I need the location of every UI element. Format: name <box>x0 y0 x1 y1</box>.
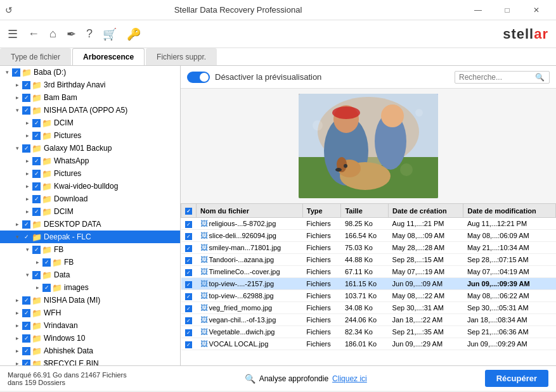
close-button[interactable]: ✕ <box>522 0 551 20</box>
expand-icon[interactable]: ▾ <box>23 270 32 279</box>
tree-checkbox[interactable]: ✓ <box>42 284 51 292</box>
expand-icon[interactable]: ▸ <box>13 80 22 89</box>
file-checkbox[interactable]: ✓ <box>185 281 192 288</box>
tree-item[interactable]: ▸✓📁Vrindavan <box>0 319 180 332</box>
tree-item[interactable]: ▸✓📁3rd Birthday Anavi <box>0 79 180 91</box>
col-nom-fichier[interactable]: Nom du fichier <box>197 204 303 218</box>
search-input[interactable] <box>459 73 535 82</box>
tree-item[interactable]: ▾✓📁Data <box>0 269 180 281</box>
tree-checkbox[interactable]: ✓ <box>12 68 20 77</box>
tree-checkbox[interactable]: ✓ <box>22 220 30 229</box>
table-row[interactable]: ✓🖼smiley-man...71801.jpgFichiers75.03 Ko… <box>181 242 556 254</box>
file-checkbox[interactable]: ✓ <box>185 245 192 252</box>
tree-checkbox[interactable]: ✓ <box>22 106 30 115</box>
expand-icon[interactable]: ▸ <box>13 93 22 102</box>
edit-icon[interactable]: ✒ <box>67 27 76 41</box>
file-checkbox[interactable]: ✓ <box>185 293 192 300</box>
tree-item[interactable]: ▸✓📁WhatsApp <box>0 155 180 167</box>
expand-icon[interactable]: ▸ <box>13 359 22 365</box>
tree-item[interactable]: ▸✓📁Kwai-video-bulldog <box>0 180 180 193</box>
expand-icon[interactable]: ▸ <box>23 118 32 127</box>
tree-item[interactable]: ▸✓📁DCIM <box>0 117 180 129</box>
tree-checkbox[interactable]: ✓ <box>22 360 30 366</box>
tree-item[interactable]: ▸✓📁DCIM <box>0 205 180 218</box>
tree-item[interactable]: ▸✓📁Windows 10 <box>0 332 180 345</box>
expand-icon[interactable]: ▸ <box>33 258 42 267</box>
home-icon[interactable]: ⌂ <box>49 27 56 41</box>
table-row[interactable]: ✓🖼Tandoori-...azana.jpgFichiers44.88 KoS… <box>181 254 556 266</box>
table-row[interactable]: ✓🖼Vegetable...dwich.jpgFichiers82.34 KoS… <box>181 326 556 338</box>
table-row[interactable]: ✓🖼religious-...5-8702.jpgFichiers98.25 K… <box>181 218 556 230</box>
tree-checkbox[interactable]: ✓ <box>32 182 41 191</box>
expand-icon[interactable]: ▾ <box>13 106 22 115</box>
expand-icon[interactable]: ▸ <box>23 169 32 178</box>
file-checkbox[interactable]: ✓ <box>185 305 192 312</box>
expand-icon[interactable]: ▸ <box>33 283 42 292</box>
tree-checkbox[interactable]: ✓ <box>22 322 30 330</box>
file-checkbox[interactable]: ✓ <box>185 317 192 324</box>
preview-toggle[interactable] <box>187 72 210 83</box>
tree-item[interactable]: ▸✓📁NISHA Data (MI) <box>0 294 180 307</box>
col-taille[interactable]: Taille <box>341 204 389 218</box>
tree-checkbox[interactable]: ✓ <box>22 334 30 343</box>
tab-arborescence[interactable]: Arborescence <box>72 48 145 65</box>
table-row[interactable]: ✓🖼VOCAL LOCAL.jpgFichiers186.01 KoJun 09… <box>181 338 556 350</box>
tree-item[interactable]: ▸✓📁DESKTOP DATA <box>0 218 180 231</box>
tree-item[interactable]: ▸✓📁Bam Bam <box>0 91 180 104</box>
expand-icon[interactable]: ▸ <box>23 207 32 216</box>
tab-type-fichier[interactable]: Type de fichier <box>0 48 71 65</box>
tree-item[interactable]: ▸✓📁Abhishek Data <box>0 345 180 357</box>
file-checkbox[interactable]: ✓ <box>185 329 192 336</box>
tree-checkbox[interactable]: ✓ <box>32 208 41 216</box>
tree-checkbox[interactable]: ✓ <box>32 157 41 165</box>
expand-icon[interactable]: ▸ <box>23 156 32 165</box>
tree-item[interactable]: ▸✓📁images <box>0 281 180 294</box>
col-date-creation[interactable]: Date de création <box>389 204 463 218</box>
analyse-link[interactable]: Cliquez ici <box>332 374 367 383</box>
file-checkbox[interactable]: ✓ <box>185 341 192 348</box>
tree-checkbox[interactable]: ✓ <box>42 258 51 267</box>
expand-icon[interactable]: ▾ <box>3 68 11 77</box>
maximize-button[interactable]: □ <box>493 0 522 20</box>
tree-item[interactable]: ▸✓📁WFH <box>0 307 180 319</box>
tree-item[interactable]: ▸✓📁FB <box>0 256 180 269</box>
minimize-button[interactable]: — <box>463 0 493 20</box>
tree-item[interactable]: ▸✓📁Download <box>0 193 180 205</box>
tree-checkbox[interactable]: ✓ <box>22 309 30 317</box>
expand-icon[interactable]: ▸ <box>23 131 32 140</box>
tree-checkbox[interactable]: ✓ <box>22 296 30 305</box>
expand-icon[interactable]: ▸ <box>13 346 22 355</box>
key-icon[interactable]: 🔑 <box>127 27 141 41</box>
table-row[interactable]: ✓🖼vegan-chil...-of-13.jpgFichiers244.06 … <box>181 314 556 326</box>
tree-checkbox[interactable]: ✓ <box>32 246 41 254</box>
tree-checkbox[interactable]: ✓ <box>32 119 41 127</box>
tree-item[interactable]: ▾✓📁FB <box>0 243 180 256</box>
tree-checkbox[interactable]: ✓ <box>22 347 30 355</box>
expand-icon[interactable]: ▸ <box>13 296 22 305</box>
cart-icon[interactable]: 🛒 <box>103 27 117 41</box>
tree-item[interactable]: ▸✓📁$RECYCLE.BIN <box>0 357 180 365</box>
expand-icon[interactable]: ▸ <box>13 308 22 317</box>
table-row[interactable]: ✓🖼veg_fried_momo.jpgFichiers34.08 KoSep … <box>181 302 556 314</box>
recuperer-button[interactable]: Récupérer <box>485 370 548 387</box>
tree-item[interactable]: ▾✓📁Deepak - FLC <box>0 231 180 243</box>
expand-icon[interactable]: ▸ <box>13 334 22 343</box>
table-row[interactable]: ✓🖼top-view-...62988.jpgFichiers103.71 Ko… <box>181 290 556 302</box>
table-row[interactable]: ✓🖼top-view-....-2157.jpgFichiers161.15 K… <box>181 278 556 290</box>
tree-item[interactable]: ▸✓📁Pictures <box>0 167 180 180</box>
tree-checkbox[interactable]: ✓ <box>32 195 41 203</box>
tree-checkbox[interactable]: ✓ <box>32 271 41 279</box>
file-checkbox[interactable]: ✓ <box>185 257 192 264</box>
expand-icon[interactable]: ▸ <box>13 220 22 229</box>
back-icon[interactable]: ← <box>28 27 39 41</box>
expand-icon[interactable]: ▸ <box>13 321 22 330</box>
table-row[interactable]: ✓🖼TimelineCo...-cover.jpgFichiers67.11 K… <box>181 266 556 278</box>
file-checkbox[interactable]: ✓ <box>185 269 192 276</box>
col-date-modification[interactable]: Date de modification <box>463 204 556 218</box>
help-icon[interactable]: ? <box>86 27 93 41</box>
tree-item[interactable]: ▸✓📁Pictures <box>0 129 180 142</box>
table-row[interactable]: ✓🖼slice-deli...926094.jpgFichiers166.54 … <box>181 230 556 242</box>
expand-icon[interactable]: ▾ <box>23 245 32 254</box>
tree-checkbox[interactable]: ✓ <box>32 132 41 140</box>
tree-checkbox[interactable]: ✓ <box>32 170 41 178</box>
